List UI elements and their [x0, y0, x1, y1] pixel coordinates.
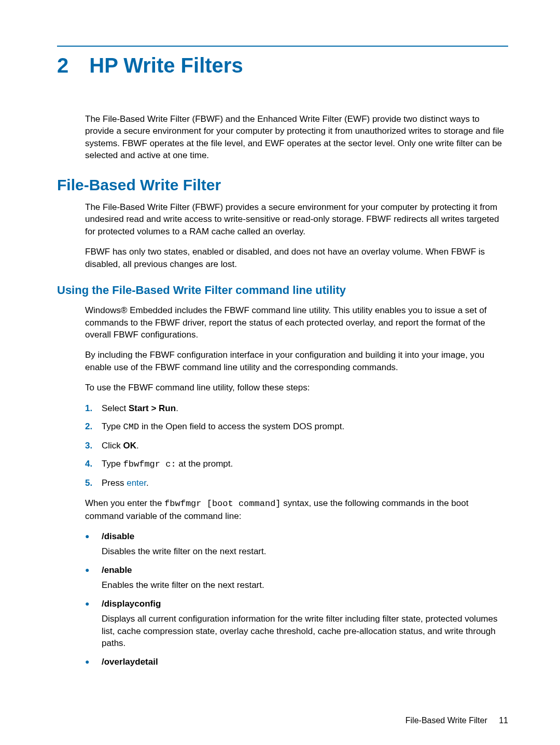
bullet-icon: ● [85, 564, 102, 575]
after-steps-paragraph: When you enter the fbwfmgr [boot command… [85, 497, 508, 522]
step-text: Type CMD in the Open field to access the… [102, 420, 344, 433]
bullet-icon: ● [85, 598, 102, 609]
command-enable: ●/enable Enables the write filter on the… [85, 564, 508, 592]
steps-list: 1. Select Start > Run. 2. Type CMD in th… [85, 402, 508, 489]
page-footer: File-Based Write Filter 11 [405, 716, 508, 725]
section1-body: The File-Based Write Filter (FBWF) provi… [85, 201, 508, 270]
chapter-number: 2 [57, 55, 68, 76]
section-heading-fbwf: File-Based Write Filter [57, 176, 508, 194]
section2-body: Windows® Embedded includes the FBWF comm… [85, 304, 508, 394]
command-overlaydetail: ●/overlaydetail [85, 656, 508, 668]
chapter-title: HP Write Filters [89, 55, 243, 76]
command-disable: ●/disable Disables the write filter on t… [85, 530, 508, 558]
step-2: 2. Type CMD in the Open field to access … [85, 420, 508, 433]
keyboard-key: enter [127, 478, 146, 488]
step-num: 2. [85, 420, 102, 432]
command-name: /displayconfig [102, 598, 161, 610]
step-3: 3. Click OK. [85, 440, 508, 452]
commands-list: ●/disable Disables the write filter on t… [85, 530, 508, 668]
step-4: 4. Type fbwfmgr c: at the prompt. [85, 458, 508, 470]
ui-button: OK [123, 441, 137, 451]
step-num: 4. [85, 458, 102, 470]
footer-section-label: File-Based Write Filter [405, 716, 487, 725]
command-desc: Enables the write filter on the next res… [102, 579, 508, 591]
section2-p3: To use the FBWF command line utility, fo… [85, 382, 508, 393]
page: 2 HP Write Filters The File-Based Write … [0, 0, 560, 745]
page-number: 11 [499, 716, 508, 725]
bullet-icon: ● [85, 530, 102, 542]
command-name: /enable [102, 564, 132, 576]
intro-block: The File-Based Write Filter (FBWF) and t… [85, 113, 508, 162]
bullet-icon: ● [85, 656, 102, 667]
command-name: /disable [102, 530, 134, 542]
step-text: Type fbwfmgr c: at the prompt. [102, 458, 233, 470]
ui-path: Start > Run [129, 403, 176, 413]
step-text: Press enter. [102, 477, 149, 489]
code-syntax: fbwfmgr [boot command] [164, 499, 281, 509]
step-text: Click OK. [102, 440, 139, 452]
command-displayconfig: ●/displayconfig Displays all current con… [85, 598, 508, 650]
section1-p2: FBWF has only two states, enabled or dis… [85, 246, 508, 270]
section2-p2: By including the FBWF configuration inte… [85, 349, 508, 373]
section1-p1: The File-Based Write Filter (FBWF) provi… [85, 201, 508, 237]
step-num: 1. [85, 402, 102, 414]
section2-p1: Windows® Embedded includes the FBWF comm… [85, 304, 508, 341]
command-desc: Disables the write filter on the next re… [102, 545, 508, 557]
step-num: 5. [85, 477, 102, 489]
after-steps: When you enter the fbwfmgr [boot command… [85, 497, 508, 522]
command-name: /overlaydetail [102, 656, 158, 668]
code-cmd: CMD [123, 422, 139, 432]
intro-paragraph: The File-Based Write Filter (FBWF) and t… [85, 113, 508, 162]
step-text: Select Start > Run. [102, 402, 178, 414]
step-5: 5. Press enter. [85, 477, 508, 489]
code-cmd: fbwfmgr c: [123, 459, 176, 469]
step-num: 3. [85, 440, 102, 452]
step-1: 1. Select Start > Run. [85, 402, 508, 414]
chapter-heading: 2 HP Write Filters [57, 55, 508, 76]
command-desc: Displays all current configuration infor… [102, 613, 508, 649]
section-heading-cmdline: Using the File-Based Write Filter comman… [57, 284, 508, 297]
top-rule [57, 46, 508, 47]
